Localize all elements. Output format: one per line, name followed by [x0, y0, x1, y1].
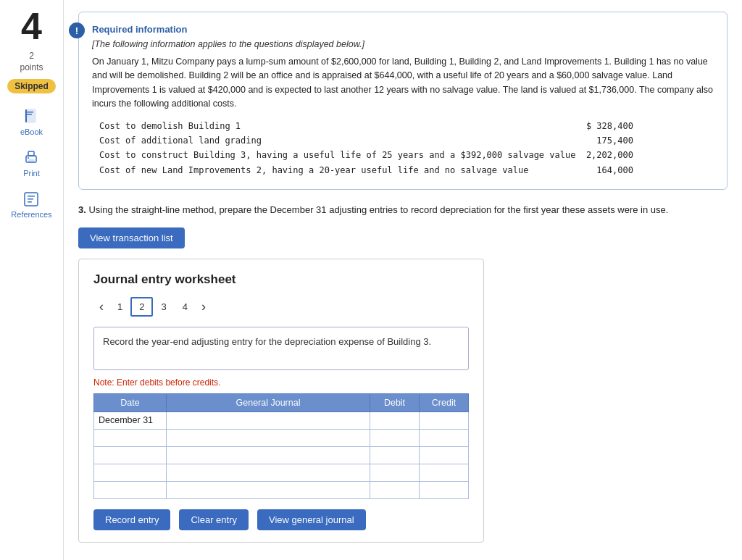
svg-rect-5: [28, 151, 34, 156]
svg-rect-10: [28, 198, 33, 200]
svg-rect-1: [27, 112, 33, 113]
table-row: [94, 429, 469, 446]
credit-input-4[interactable]: [420, 464, 468, 481]
debit-input-5[interactable]: [370, 482, 419, 498]
credit-input-1[interactable]: [420, 412, 468, 429]
question-body: Using the straight-line method, prepare …: [88, 204, 668, 215]
table-row: [94, 464, 469, 481]
credit-input-2[interactable]: [420, 430, 468, 446]
journal-cell-4[interactable]: [167, 464, 370, 481]
date-cell-3: [94, 446, 167, 464]
credit-cell-5[interactable]: [420, 481, 469, 498]
clear-entry-button[interactable]: Clear entry: [179, 509, 249, 530]
journal-input-4[interactable]: [167, 464, 370, 481]
journal-cell-3[interactable]: [167, 446, 370, 464]
journal-cell-2[interactable]: [167, 429, 370, 446]
journal-cell-5[interactable]: [167, 481, 370, 498]
svg-rect-11: [28, 201, 32, 203]
col-header-credit: Credit: [420, 393, 469, 411]
page-3[interactable]: 3: [153, 298, 174, 316]
ebook-label: eBook: [20, 128, 43, 136]
question-number: 4: [21, 7, 42, 45]
table-row: [94, 446, 469, 464]
bottom-buttons: Record entry Clear entry View general jo…: [93, 509, 469, 530]
next-page-button[interactable]: ›: [196, 298, 212, 316]
print-label: Print: [23, 169, 40, 177]
debit-input-3[interactable]: [370, 447, 419, 464]
info-table: Cost to demolish Building 1 $ 328,400 Co…: [99, 119, 714, 178]
credit-cell-3[interactable]: [420, 446, 469, 464]
col-header-debit: Debit: [370, 393, 420, 411]
svg-rect-9: [28, 196, 35, 197]
credit-input-5[interactable]: [420, 482, 468, 498]
info-box: ! Required information [The following in…: [78, 12, 728, 190]
main-content: ! Required information [The following in…: [64, 0, 742, 560]
credit-cell-2[interactable]: [420, 429, 469, 446]
date-cell-2: [94, 429, 167, 446]
debit-cell-3[interactable]: [370, 446, 420, 464]
journal-table: Date General Journal Debit Credit Decemb…: [93, 393, 469, 499]
question-number-label: 3.: [78, 204, 86, 215]
svg-point-7: [28, 157, 29, 159]
date-cell-4: [94, 464, 167, 481]
debit-input-1[interactable]: [370, 412, 419, 429]
date-cell-1: December 31: [94, 411, 167, 429]
journal-input-5[interactable]: [167, 482, 370, 498]
col-header-journal: General Journal: [167, 393, 370, 411]
svg-rect-0: [25, 109, 36, 122]
book-icon: [22, 108, 40, 125]
worksheet-title: Journal entry worksheet: [93, 272, 469, 287]
entry-description: Record the year-end adjusting entry for …: [93, 327, 469, 370]
journal-input-2[interactable]: [167, 430, 370, 446]
debit-input-2[interactable]: [370, 430, 419, 446]
info-subtitle: [The following information applies to th…: [92, 39, 714, 49]
references-icon: [22, 191, 40, 208]
info-title: Required information: [92, 24, 714, 35]
credit-cell-4[interactable]: [420, 464, 469, 481]
pagination: ‹ 1 2 3 4 ›: [93, 297, 469, 317]
entry-note: Note: Enter debits before credits.: [93, 377, 469, 388]
view-transaction-button[interactable]: View transaction list: [78, 227, 185, 248]
debit-cell-4[interactable]: [370, 464, 420, 481]
prev-page-button[interactable]: ‹: [93, 298, 109, 316]
table-row: [94, 481, 469, 498]
sidebar-item-print[interactable]: Print: [22, 149, 40, 177]
points-label: 2 points: [20, 51, 43, 73]
info-icon: !: [69, 22, 85, 38]
sidebar-item-ebook[interactable]: eBook: [20, 108, 43, 136]
credit-cell-1[interactable]: [420, 411, 469, 429]
sidebar: 4 2 points Skipped eBook Print: [0, 0, 64, 560]
credit-input-3[interactable]: [420, 447, 468, 464]
page-4[interactable]: 4: [175, 298, 196, 316]
table-row: December 31: [94, 411, 469, 429]
journal-input-1[interactable]: [167, 412, 370, 429]
skipped-badge: Skipped: [7, 79, 56, 93]
print-icon: [22, 149, 40, 167]
references-label: References: [11, 210, 51, 219]
journal-worksheet: Journal entry worksheet ‹ 1 2 3 4 › Reco…: [78, 259, 484, 543]
sidebar-nav: eBook Print References: [11, 108, 51, 219]
page-2[interactable]: 2: [130, 297, 153, 317]
date-cell-5: [94, 481, 167, 498]
col-header-date: Date: [94, 393, 167, 411]
sidebar-item-references[interactable]: References: [11, 191, 51, 219]
svg-rect-2: [27, 114, 32, 115]
debit-input-4[interactable]: [370, 464, 419, 481]
view-general-journal-button[interactable]: View general journal: [257, 509, 366, 530]
svg-rect-3: [25, 109, 27, 122]
record-entry-button[interactable]: Record entry: [93, 509, 170, 530]
journal-input-3[interactable]: [167, 447, 370, 464]
info-body: On January 1, Mitzu Company pays a lump-…: [92, 55, 714, 112]
question-text: 3. Using the straight-line method, prepa…: [78, 203, 728, 217]
svg-rect-6: [28, 159, 34, 162]
debit-cell-2[interactable]: [370, 429, 420, 446]
debit-cell-5[interactable]: [370, 481, 420, 498]
page-1[interactable]: 1: [109, 298, 130, 316]
journal-cell-1[interactable]: [167, 411, 370, 429]
debit-cell-1[interactable]: [370, 411, 420, 429]
